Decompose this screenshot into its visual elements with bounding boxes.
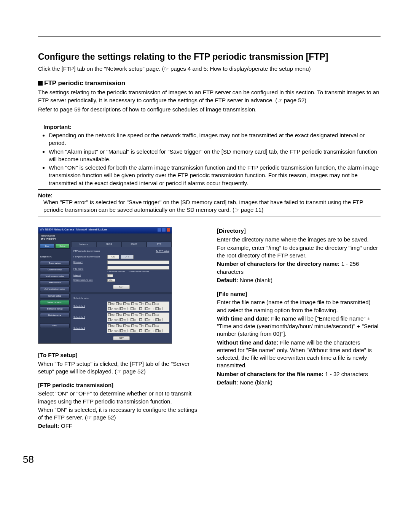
note-label: Note: [38,192,381,199]
tab-ftp[interactable]: FTP [147,241,172,247]
schedule-3-label[interactable]: Schedule 3 [73,327,106,330]
row-directory-label[interactable]: Directory [73,261,106,264]
sidebar-item-basic[interactable]: Basic setup [40,261,70,266]
row-interval-label[interactable]: Interval [73,274,106,277]
pointer-icon: ☞ [234,207,239,213]
tab-network[interactable]: Network [71,241,96,247]
ftp-pt-heading: [FTP periodic transmission] [38,381,202,389]
pointer-icon: ☞ [116,368,121,375]
filename-default: Default: None (blank) [217,379,381,386]
tab-live[interactable]: Live [40,244,54,249]
directory-body-1: Enter the directory name where the image… [217,236,381,243]
sidebar-item-auth[interactable]: Authentication setup [40,287,70,292]
filename-nchars: Number of characters for the file name: … [217,370,381,378]
filename-heading: [File name] [217,290,381,298]
close-icon[interactable] [167,228,170,232]
window-titlebar: WV-NS954 Network Camera - Microsoft Inte… [38,227,172,233]
page-number: 58 [23,454,381,465]
schedule-3-time[interactable]: 24 hours 00:00 – 00:00 [107,328,169,333]
to-ftp-setup-heading: [To FTP setup] [38,351,202,359]
intro-paragraph: The settings relating to the periodic tr… [38,89,381,104]
maximize-icon[interactable] [162,228,166,232]
ftp-periodic-heading: FTP periodic transmission [38,79,381,87]
page-subtitle: Click the [FTP] tab on the "Network setu… [38,65,381,73]
directory-nchars: Number of characters for the directory n… [217,260,381,276]
ics-select[interactable]: VGA [107,279,115,282]
app-header: Network Camera WV-NS954 [38,233,172,242]
subtitle-text-2: pages 4 and 5: How to display/operate th… [169,65,311,72]
settings-screenshot: WV-NS954 Network Camera - Microsoft Inte… [38,227,172,344]
page-title: Configure the settings relating to the F… [38,52,381,62]
schedule-2-days[interactable]: MonTueWedThuFriSatSun [107,313,169,317]
subtitle-text-1: Click the [FTP] tab on the "Network setu… [38,65,164,72]
sidebar-item-camera[interactable]: Camera setup [40,267,70,272]
interval-select[interactable]: 1s [107,274,113,277]
tab-ddns[interactable]: DDNS [96,241,121,247]
set-button[interactable]: SET [113,285,130,289]
directory-heading: [Directory] [217,227,381,235]
radio-without-time-date[interactable]: ○ Without time and date [129,270,149,273]
important-item: Depending on the network line speed or t… [49,132,381,147]
ftp-pt-body-1: Select "ON" or "OFF" to determine whethe… [38,390,202,405]
ftp-pt-off-button[interactable]: OFF [121,255,134,259]
to-ftp-setup-body: When "To FTP setup" is clicked, the [FTP… [38,360,202,376]
directory-default: Default: None (blank) [217,276,381,284]
set-button-schedule[interactable]: SET [113,336,130,340]
to-ftp-setup-link[interactable]: To FTP setup [156,250,169,253]
setup-sidebar: Live Setup Setup menu Basic setup Camera… [38,241,71,343]
window-buttons [157,228,170,232]
sidebar-item-help[interactable]: Help [40,323,70,328]
sidebar-item-schedule[interactable]: Schedule setup [40,306,70,311]
important-list: Depending on the network line speed or t… [38,132,381,187]
important-item: When "Alarm input" or "Manual" is select… [49,148,381,164]
pointer-icon: ☞ [87,414,92,421]
sidebar-item-alarm[interactable]: Alarm setup [40,280,70,285]
sidebar-item-multiscreen[interactable]: Multi-screen setup [40,274,70,279]
tab-snmp[interactable]: SNMP [121,241,147,247]
ftp-periodic-heading-text: FTP periodic transmission [44,79,125,87]
ftp-pt-on-button[interactable]: ON [107,255,119,259]
sidebar-item-maintenance[interactable]: Maintenance [40,313,70,318]
tab-setup[interactable]: Setup [55,244,70,249]
sidebar-item-network[interactable]: Network setup [40,300,70,305]
schedule-3-days[interactable]: MonTueWedThuFriSatSun [107,324,169,328]
row-filename-label[interactable]: File name [73,268,106,270]
directory-input[interactable] [107,260,169,264]
schedule-1-time[interactable]: 24 hours 00:00 – 00:00 [107,306,169,311]
directory-body-2: For example, enter "/img" to designate t… [217,244,381,260]
square-bullet-icon [38,81,43,86]
section-schedule-title: Schedule setup [73,297,89,300]
schedule-1-label[interactable]: Schedule 1 [73,305,106,308]
important-label: Important: [38,124,381,130]
refer-paragraph: Refer to page 59 for descriptions of how… [38,106,381,113]
schedule-2-time[interactable]: 24 hours 00:00 – 00:00 [107,317,169,322]
main-panel: Network DDNS SNMP FTP FTP periodic trans… [71,241,172,343]
sidebar-item-server[interactable]: Server setup [40,294,70,299]
filename-body-1: Enter the file name (name of the image f… [217,299,381,314]
radio-with-time-date[interactable]: ○ With time and date [107,270,125,273]
schedule-2-label[interactable]: Schedule 2 [73,316,106,319]
ftp-pt-default: Default: OFF [38,422,202,430]
minimize-icon[interactable] [158,228,161,232]
network-tabbar: Network DDNS SNMP FTP [71,241,172,247]
pointer-icon: ☞ [164,66,169,72]
filename-without-td: Without time and date: File name will be… [217,339,381,370]
ftp-pt-body-2: When "ON" is selected, it is necessary t… [38,406,202,422]
filename-with-td: With time and date: File name will be ["… [217,315,381,338]
schedule-1-days[interactable]: MonTueWedThuFriSatSun [107,302,169,306]
row-ftp-pt-label[interactable]: FTP periodic transmission [73,256,106,258]
window-title: WV-NS954 Network Camera - Microsoft Inte… [40,228,107,232]
sidebar-title: Setup menu [40,256,70,258]
pointer-icon: ☞ [277,97,282,103]
filename-input[interactable] [107,266,169,270]
important-item: When "ON" is selected for both the alarm… [49,164,381,187]
row-ics-label[interactable]: Image capture size [73,279,106,281]
note-body: When "FTP error" is selected for "Save t… [38,199,381,214]
section-ftp-pt-title: FTP periodic transmission [73,250,100,253]
